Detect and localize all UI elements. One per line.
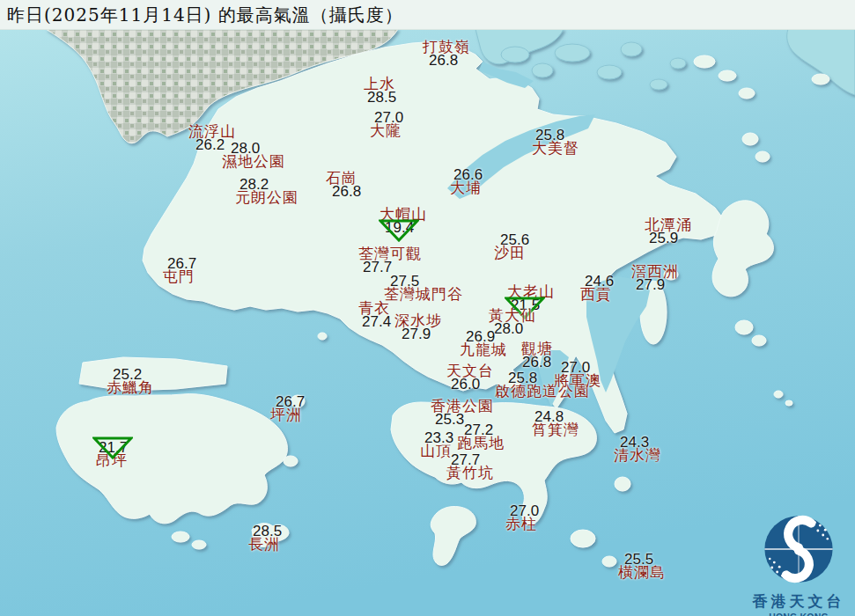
station-name: 跑馬地 — [457, 436, 505, 450]
station-label: 大帽山19.4 — [380, 208, 427, 234]
soko-island — [172, 532, 189, 542]
station-value: 28.5 — [367, 91, 396, 104]
station-value: 19.4 — [385, 221, 427, 234]
station-name: 赤鱲角 — [107, 381, 154, 394]
jin-island — [752, 335, 766, 346]
station-label: 深水埗27.9 — [394, 314, 442, 341]
ninepin-island — [785, 400, 792, 406]
station-label: 24.6西貢 — [580, 275, 614, 301]
station-value: 26.0 — [451, 378, 494, 391]
hko-logo: 香港天文台 HONG KONG OBSERVATORY — [742, 512, 855, 616]
station-label: 26.7坪洲 — [270, 395, 305, 422]
tung-lung-island — [615, 477, 630, 491]
hongkong-map-canvas — [0, 0, 855, 616]
hei-ling-chau-island — [284, 456, 298, 466]
station-name: 橫瀾島 — [618, 566, 666, 579]
station-name: 元朗公園 — [235, 191, 299, 204]
station-value: 26.8 — [332, 185, 361, 198]
station-name: 赤柱 — [505, 517, 539, 531]
station-label: 27.2跑馬地 — [457, 423, 505, 450]
station-name: 將軍澳 — [554, 374, 601, 387]
station-label: 26.7屯門 — [163, 257, 196, 283]
station-label: 27.5荃灣城門谷 — [384, 275, 463, 301]
station-label: 28.5長洲 — [248, 524, 282, 551]
ninepin-island — [774, 391, 783, 398]
station-label: 26.6大埔 — [450, 168, 483, 194]
ap-chau-island — [739, 88, 755, 99]
ma-wan-island — [318, 333, 327, 340]
station-name: 九龍城 — [460, 343, 507, 356]
station-label: 天文台26.0 — [446, 364, 494, 391]
station-name: 大埔 — [450, 181, 483, 194]
mirs-bay-islet — [532, 63, 553, 77]
po-toi-island — [571, 530, 595, 547]
ping-chau-island — [812, 74, 829, 84]
grass-island — [755, 151, 770, 162]
station-value: 27.9 — [636, 278, 679, 291]
station-name: 黃竹坑 — [446, 466, 494, 480]
station-label: 27.0赤柱 — [505, 504, 539, 531]
mirs-bay-islet — [621, 42, 642, 56]
station-name: 清水灣 — [614, 449, 661, 462]
station-label: 27.0大隴 — [370, 111, 403, 137]
station-name: 坪洲 — [270, 408, 305, 422]
station-name: 大美督 — [532, 142, 579, 155]
hko-logo-english: HONG KONG OBSERVATORY — [742, 612, 855, 616]
station-label: 21.7昂坪 — [96, 441, 128, 467]
station-name: 昂坪 — [96, 454, 128, 467]
mirs-bay-islet — [597, 65, 622, 79]
soko-island — [192, 540, 206, 549]
station-label: 滘西洲27.9 — [631, 265, 679, 291]
mirs-bay-islet — [501, 47, 529, 62]
station-name: 西貢 — [580, 288, 614, 301]
station-value: 27.4 — [362, 315, 391, 328]
station-label: 上水28.5 — [364, 77, 396, 104]
station-label: 荃灣可觀27.7 — [358, 247, 422, 274]
map-title: 昨日(2025年11月14日) 的最高氣溫（攝氏度） — [7, 4, 403, 27]
station-value: 26.8 — [429, 54, 470, 67]
po-toi-island — [602, 556, 616, 567]
hko-logo-emblem — [755, 512, 843, 586]
mirs-bay-islet — [670, 58, 686, 69]
mirs-bay-islet — [555, 44, 590, 62]
station-label: 北潭涌25.9 — [645, 218, 692, 245]
station-label: 25.6沙田 — [494, 233, 529, 260]
weather-map-page: 昨日(2025年11月14日) 的最高氣溫（攝氏度） 打鼓嶺26.8上水28.5… — [0, 0, 855, 616]
station-label: 25.8大美督 — [532, 128, 579, 155]
station-label: 24.3清水灣 — [614, 436, 661, 462]
station-label: 26.9九龍城 — [460, 330, 507, 356]
station-value: 26.8 — [522, 356, 553, 369]
bluff-island — [735, 320, 753, 334]
station-label: 24.8筲箕灣 — [532, 410, 579, 436]
station-label: 青衣27.4 — [358, 302, 391, 328]
station-label: 27.7黃竹坑 — [446, 453, 494, 480]
station-label: 25.2赤鱲角 — [107, 368, 154, 394]
station-name: 屯門 — [163, 270, 196, 283]
hko-logo-chinese: 香港天文台 — [742, 591, 855, 612]
station-name: 長洲 — [248, 538, 282, 551]
station-label: 25.5橫瀾島 — [618, 553, 666, 579]
station-label: 28.2元朗公園 — [235, 178, 299, 204]
station-value: 25.9 — [649, 231, 692, 245]
station-label: 石崗26.8 — [326, 172, 361, 198]
station-name: 大隴 — [370, 124, 403, 137]
station-name: 荃灣城門谷 — [384, 288, 463, 301]
station-name: 沙田 — [494, 246, 529, 260]
kat-o-island — [719, 70, 736, 81]
station-value: 27.9 — [402, 327, 442, 341]
station-name: 濕地公園 — [222, 155, 285, 168]
tap-mun-island — [742, 133, 758, 145]
title-band: 昨日(2025年11月14日) 的最高氣溫（攝氏度） — [0, 0, 855, 30]
crooked-island — [694, 55, 715, 68]
station-value: 27.7 — [363, 260, 422, 274]
station-name: 筲箕灣 — [532, 423, 579, 436]
station-label: 28.0濕地公園 — [222, 142, 285, 168]
station-label: 打鼓嶺26.8 — [423, 40, 470, 67]
station-label: 27.0將軍澳 — [554, 361, 601, 387]
mirs-bay-islet — [650, 79, 667, 90]
station-label: 觀塘26.8 — [521, 342, 553, 369]
